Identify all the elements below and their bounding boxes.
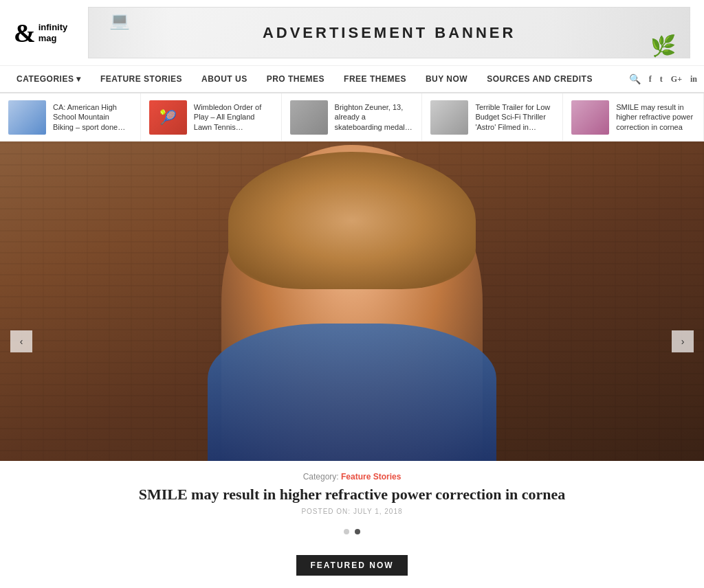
ad-plant-icon: 🌿 xyxy=(650,34,676,58)
nav-sources-credits[interactable]: SOURCES AND CREDITS xyxy=(477,66,602,92)
nav-feature-stories[interactable]: FEATURE STORIES xyxy=(91,66,192,92)
logo-text: infinity mag xyxy=(38,22,68,43)
ticker-thumb xyxy=(8,100,46,135)
ticker-title: Wimbledon Order of Play – All England La… xyxy=(194,102,273,132)
logo[interactable]: & infinity mag xyxy=(14,20,67,46)
slider-category-link[interactable]: Feature Stories xyxy=(341,472,401,482)
ticker-title: SMILE may result in higher refractive po… xyxy=(616,102,695,132)
slider-prev-button[interactable]: ‹ xyxy=(10,330,32,352)
twitter-icon[interactable]: t xyxy=(660,74,663,84)
chevron-down-icon: ▾ xyxy=(76,74,81,84)
facebook-icon[interactable]: f xyxy=(649,74,652,84)
ticker-item[interactable]: SMILE may result in higher refractive po… xyxy=(563,93,704,141)
logo-ampersand: & xyxy=(14,20,36,46)
ticker-title: Brighton Zeuner, 13, already a skateboar… xyxy=(335,102,414,132)
slider-category: Category: Feature Stories xyxy=(41,472,663,482)
ticker-item[interactable]: 🎾 Wimbledon Order of Play – All England … xyxy=(141,93,282,141)
featured-section: Featured Now 🏀 🎪 🎾 👤 xyxy=(0,541,704,588)
nav-items: CATEGORIES ▾ FEATURE STORIES ABOUT US PR… xyxy=(7,66,602,92)
linkedin-icon[interactable]: in xyxy=(690,74,697,84)
nav-about-us[interactable]: ABOUT US xyxy=(192,66,257,92)
ticker-thumb xyxy=(290,100,328,135)
nav-free-themes[interactable]: FREE THEMES xyxy=(334,66,416,92)
slider-caption: Category: Feature Stories SMILE may resu… xyxy=(0,461,704,522)
slider-dot-1[interactable] xyxy=(344,529,349,534)
ticker-thumb xyxy=(571,100,609,135)
slider-dot-2[interactable] xyxy=(355,529,360,534)
ticker-item[interactable]: Brighton Zeuner, 13, already a skateboar… xyxy=(282,93,423,141)
hero-slider: ‹ › Category: Feature Stories SMILE may … xyxy=(0,142,704,541)
ad-banner: 💻 ADVERTISEMENT BANNER 🌿 xyxy=(88,7,690,58)
ticker-title: Terrible Trailer for Low Budget Sci-Fi T… xyxy=(475,102,554,132)
ticker-thumb xyxy=(430,100,468,135)
ticker-thumb: 🎾 xyxy=(149,100,187,135)
ticker-item[interactable]: Terrible Trailer for Low Budget Sci-Fi T… xyxy=(422,93,563,141)
featured-label: Featured Now xyxy=(296,555,407,576)
header: & infinity mag 💻 ADVERTISEMENT BANNER 🌿 xyxy=(0,0,704,66)
slider-next-button[interactable]: › xyxy=(672,330,694,352)
slider-title: SMILE may result in higher refractive po… xyxy=(41,486,663,504)
main-nav: CATEGORIES ▾ FEATURE STORIES ABOUT US PR… xyxy=(0,66,704,93)
slider-image xyxy=(0,142,704,461)
slider-dots xyxy=(0,522,704,541)
ticker-title: CA: American High School Mountain Biking… xyxy=(53,102,132,132)
news-ticker: CA: American High School Mountain Biking… xyxy=(0,93,704,142)
nav-right-icons: 🔍 f t G+ in xyxy=(629,74,697,85)
search-icon[interactable]: 🔍 xyxy=(629,74,641,85)
nav-pro-themes[interactable]: PRO THEMES xyxy=(257,66,334,92)
nav-categories[interactable]: CATEGORIES ▾ xyxy=(7,66,91,92)
ticker-item[interactable]: CA: American High School Mountain Biking… xyxy=(0,93,141,141)
slider-meta: POSTED ON: JULY 1, 2018 xyxy=(41,508,663,515)
googleplus-icon[interactable]: G+ xyxy=(671,74,682,84)
nav-buy-now[interactable]: BUY NOW xyxy=(416,66,477,92)
